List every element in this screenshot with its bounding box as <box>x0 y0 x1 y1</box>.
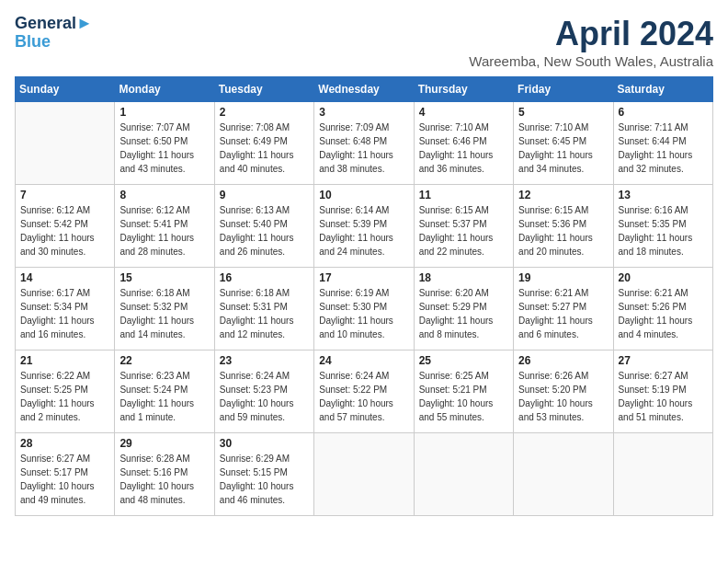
day-number: 12 <box>518 189 608 201</box>
calendar-day-cell: 7Sunrise: 6:12 AMSunset: 5:42 PMDaylight… <box>16 185 115 268</box>
day-info: Sunrise: 6:13 AMSunset: 5:40 PMDaylight:… <box>220 203 309 259</box>
day-number: 14 <box>20 271 109 284</box>
day-info: Sunrise: 6:23 AMSunset: 5:24 PMDaylight:… <box>119 369 209 424</box>
logo-subtext: Blue <box>15 33 93 52</box>
day-number: 5 <box>518 106 608 119</box>
day-number: 18 <box>419 271 508 284</box>
day-number: 22 <box>119 354 209 367</box>
day-number: 11 <box>419 189 508 201</box>
day-info: Sunrise: 6:18 AMSunset: 5:32 PMDaylight:… <box>119 286 209 341</box>
day-info: Sunrise: 6:22 AMSunset: 5:25 PMDaylight:… <box>20 369 109 424</box>
day-number: 9 <box>220 189 309 201</box>
day-info: Sunrise: 6:14 AMSunset: 5:39 PMDaylight:… <box>319 203 408 259</box>
day-number: 1 <box>119 106 209 119</box>
day-info: Sunrise: 7:08 AMSunset: 6:49 PMDaylight:… <box>220 121 309 176</box>
day-info: Sunrise: 6:28 AMSunset: 5:16 PMDaylight:… <box>119 452 209 507</box>
calendar-week-row: 1Sunrise: 7:07 AMSunset: 6:50 PMDaylight… <box>16 102 713 185</box>
day-info: Sunrise: 6:12 AMSunset: 5:42 PMDaylight:… <box>20 203 109 259</box>
location-title: Wareemba, New South Wales, Australia <box>469 53 713 69</box>
calendar-day-cell <box>414 433 513 516</box>
day-number: 4 <box>419 106 508 119</box>
day-number: 30 <box>220 437 309 450</box>
weekday-header: Saturday <box>613 77 712 102</box>
calendar-day-cell: 23Sunrise: 6:24 AMSunset: 5:23 PMDayligh… <box>214 350 313 433</box>
calendar-day-cell <box>514 433 613 516</box>
calendar-day-cell: 5Sunrise: 7:10 AMSunset: 6:45 PMDaylight… <box>514 102 613 185</box>
day-info: Sunrise: 6:24 AMSunset: 5:22 PMDaylight:… <box>319 369 408 424</box>
day-number: 2 <box>220 106 309 119</box>
day-number: 6 <box>619 106 708 119</box>
day-info: Sunrise: 6:12 AMSunset: 5:41 PMDaylight:… <box>119 203 209 259</box>
calendar-day-cell: 4Sunrise: 7:10 AMSunset: 6:46 PMDaylight… <box>414 102 513 185</box>
day-number: 17 <box>319 271 408 284</box>
weekday-header: Sunday <box>16 77 115 102</box>
day-info: Sunrise: 6:15 AMSunset: 5:37 PMDaylight:… <box>419 203 508 259</box>
day-number: 24 <box>319 354 408 367</box>
calendar-day-cell <box>613 433 712 516</box>
calendar-day-cell: 24Sunrise: 6:24 AMSunset: 5:22 PMDayligh… <box>314 350 414 433</box>
day-info: Sunrise: 6:16 AMSunset: 5:35 PMDaylight:… <box>619 203 708 259</box>
day-number: 29 <box>119 437 209 450</box>
day-number: 28 <box>20 437 109 450</box>
day-info: Sunrise: 6:24 AMSunset: 5:23 PMDaylight:… <box>220 369 309 424</box>
calendar-day-cell: 1Sunrise: 7:07 AMSunset: 6:50 PMDaylight… <box>115 102 214 185</box>
calendar-day-cell: 8Sunrise: 6:12 AMSunset: 5:41 PMDaylight… <box>115 185 214 268</box>
calendar-day-cell: 3Sunrise: 7:09 AMSunset: 6:48 PMDaylight… <box>314 102 414 185</box>
day-number: 7 <box>20 189 109 201</box>
day-info: Sunrise: 6:29 AMSunset: 5:15 PMDaylight:… <box>220 452 309 507</box>
calendar-week-row: 14Sunrise: 6:17 AMSunset: 5:34 PMDayligh… <box>16 268 713 350</box>
month-title: April 2024 <box>469 15 713 53</box>
page-header: General► Blue April 2024 Wareemba, New S… <box>15 15 713 69</box>
calendar-day-cell: 10Sunrise: 6:14 AMSunset: 5:39 PMDayligh… <box>314 185 414 268</box>
day-info: Sunrise: 6:26 AMSunset: 5:20 PMDaylight:… <box>518 369 608 424</box>
weekday-header: Wednesday <box>314 77 414 102</box>
day-info: Sunrise: 6:27 AMSunset: 5:17 PMDaylight:… <box>20 452 109 507</box>
calendar-day-cell: 17Sunrise: 6:19 AMSunset: 5:30 PMDayligh… <box>314 268 414 350</box>
calendar-day-cell: 14Sunrise: 6:17 AMSunset: 5:34 PMDayligh… <box>16 268 115 350</box>
weekday-header: Tuesday <box>214 77 313 102</box>
calendar-day-cell: 27Sunrise: 6:27 AMSunset: 5:19 PMDayligh… <box>613 350 712 433</box>
day-number: 26 <box>518 354 608 367</box>
day-number: 13 <box>619 189 708 201</box>
calendar-day-cell: 26Sunrise: 6:26 AMSunset: 5:20 PMDayligh… <box>514 350 613 433</box>
day-number: 10 <box>319 189 408 201</box>
calendar-week-row: 7Sunrise: 6:12 AMSunset: 5:42 PMDaylight… <box>16 185 713 268</box>
calendar-day-cell: 9Sunrise: 6:13 AMSunset: 5:40 PMDaylight… <box>214 185 313 268</box>
day-info: Sunrise: 6:27 AMSunset: 5:19 PMDaylight:… <box>619 369 708 424</box>
calendar-day-cell: 30Sunrise: 6:29 AMSunset: 5:15 PMDayligh… <box>214 433 313 516</box>
day-number: 8 <box>119 189 209 201</box>
day-info: Sunrise: 6:21 AMSunset: 5:26 PMDaylight:… <box>619 286 708 341</box>
day-number: 20 <box>619 271 708 284</box>
calendar-day-cell: 11Sunrise: 6:15 AMSunset: 5:37 PMDayligh… <box>414 185 513 268</box>
title-block: April 2024 Wareemba, New South Wales, Au… <box>469 15 713 69</box>
day-info: Sunrise: 7:11 AMSunset: 6:44 PMDaylight:… <box>619 121 708 176</box>
day-number: 23 <box>220 354 309 367</box>
calendar-day-cell <box>16 102 115 185</box>
day-info: Sunrise: 6:25 AMSunset: 5:21 PMDaylight:… <box>419 369 508 424</box>
calendar-table: SundayMondayTuesdayWednesdayThursdayFrid… <box>15 76 713 516</box>
calendar-day-cell: 2Sunrise: 7:08 AMSunset: 6:49 PMDaylight… <box>214 102 313 185</box>
weekday-header: Monday <box>115 77 214 102</box>
calendar-week-row: 21Sunrise: 6:22 AMSunset: 5:25 PMDayligh… <box>16 350 713 433</box>
day-info: Sunrise: 7:09 AMSunset: 6:48 PMDaylight:… <box>319 121 408 176</box>
day-number: 27 <box>619 354 708 367</box>
calendar-day-cell: 13Sunrise: 6:16 AMSunset: 5:35 PMDayligh… <box>613 185 712 268</box>
day-info: Sunrise: 6:17 AMSunset: 5:34 PMDaylight:… <box>20 286 109 341</box>
calendar-day-cell <box>314 433 414 516</box>
day-info: Sunrise: 7:10 AMSunset: 6:46 PMDaylight:… <box>419 121 508 176</box>
logo: General► Blue <box>15 15 93 52</box>
day-info: Sunrise: 6:21 AMSunset: 5:27 PMDaylight:… <box>518 286 608 341</box>
day-info: Sunrise: 6:20 AMSunset: 5:29 PMDaylight:… <box>419 286 508 341</box>
calendar-header-row: SundayMondayTuesdayWednesdayThursdayFrid… <box>16 77 713 102</box>
calendar-day-cell: 20Sunrise: 6:21 AMSunset: 5:26 PMDayligh… <box>613 268 712 350</box>
weekday-header: Thursday <box>414 77 513 102</box>
day-info: Sunrise: 6:18 AMSunset: 5:31 PMDaylight:… <box>220 286 309 341</box>
day-number: 25 <box>419 354 508 367</box>
calendar-day-cell: 22Sunrise: 6:23 AMSunset: 5:24 PMDayligh… <box>115 350 214 433</box>
day-number: 19 <box>518 271 608 284</box>
calendar-day-cell: 19Sunrise: 6:21 AMSunset: 5:27 PMDayligh… <box>514 268 613 350</box>
weekday-header: Friday <box>514 77 613 102</box>
calendar-day-cell: 6Sunrise: 7:11 AMSunset: 6:44 PMDaylight… <box>613 102 712 185</box>
calendar-day-cell: 21Sunrise: 6:22 AMSunset: 5:25 PMDayligh… <box>16 350 115 433</box>
day-info: Sunrise: 7:10 AMSunset: 6:45 PMDaylight:… <box>518 121 608 176</box>
